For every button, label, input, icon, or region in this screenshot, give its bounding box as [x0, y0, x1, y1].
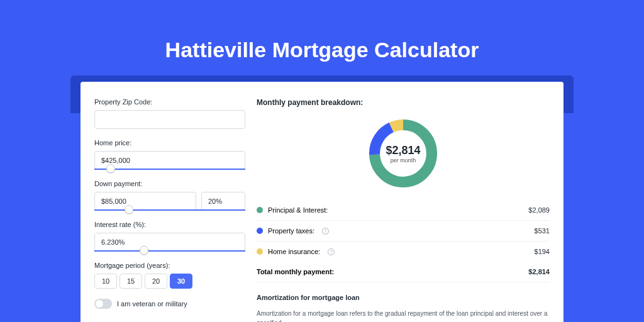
home-price-slider[interactable] [94, 169, 245, 170]
legend-list: Principal & Interest:$2,089Property taxe… [257, 200, 550, 262]
legend-dot [257, 248, 263, 255]
period-btn-30[interactable]: 30 [170, 274, 192, 289]
donut-sub: per month [391, 157, 416, 164]
total-value: $2,814 [528, 268, 550, 275]
interest-rate-label: Interest rate (%): [94, 221, 245, 228]
home-price-label: Home price: [94, 139, 245, 147]
total-label: Total monthly payment: [257, 268, 334, 275]
legend-dot [257, 207, 263, 213]
legend-dot [257, 228, 263, 234]
field-down-payment: Down payment: [94, 180, 245, 211]
home-price-input[interactable] [94, 151, 245, 170]
page-title: Hattieville Mortgage Calculator [0, 0, 644, 80]
interest-rate-slider[interactable] [94, 250, 245, 252]
veteran-label: I am veteran or military [117, 300, 187, 308]
veteran-toggle[interactable] [94, 299, 112, 309]
veteran-toggle-row: I am veteran or military [94, 299, 245, 309]
total-row: Total monthly payment: $2,814 [257, 262, 550, 282]
calculator-panel: Property Zip Code: Home price: Down paym… [80, 82, 564, 322]
period-btn-15[interactable]: 15 [119, 274, 142, 289]
info-icon[interactable]: ? [322, 228, 329, 235]
donut-center: $2,814 per month [365, 116, 441, 191]
form-column: Property Zip Code: Home price: Down paym… [94, 98, 245, 322]
info-icon[interactable]: ? [328, 248, 335, 255]
zip-input[interactable] [94, 110, 245, 129]
amort-text: Amortization for a mortgage loan refers … [257, 309, 550, 322]
down-payment-pct-input[interactable] [201, 192, 245, 211]
down-payment-label: Down payment: [94, 180, 245, 187]
zip-label: Property Zip Code: [94, 98, 245, 106]
legend-value: $2,089 [528, 206, 550, 214]
field-period: Mortgage period (years): 10152030 [94, 262, 245, 289]
down-payment-slider[interactable] [94, 209, 245, 211]
down-payment-amount-input[interactable] [94, 192, 196, 211]
legend-label: Principal & Interest: [268, 206, 328, 214]
breakdown-column: Monthly payment breakdown: $2,814 per mo… [257, 98, 550, 322]
interest-rate-input[interactable] [94, 233, 245, 252]
field-zip: Property Zip Code: [94, 98, 245, 129]
legend-row: Property taxes:?$531 [257, 221, 550, 242]
legend-row: Home insurance:?$194 [257, 242, 550, 262]
legend-label: Property taxes: [268, 227, 314, 235]
legend-value: $194 [535, 248, 550, 255]
period-options: 10152030 [94, 274, 245, 289]
field-interest-rate: Interest rate (%): [94, 221, 245, 252]
period-btn-10[interactable]: 10 [94, 274, 117, 289]
legend-value: $531 [535, 227, 550, 235]
legend-row: Principal & Interest:$2,089 [257, 200, 550, 221]
period-btn-20[interactable]: 20 [145, 274, 167, 289]
donut-chart-wrap: $2,814 per month [257, 111, 550, 200]
legend-label: Home insurance: [268, 248, 320, 255]
field-home-price: Home price: [94, 139, 245, 170]
donut-chart: $2,814 per month [365, 116, 441, 191]
period-label: Mortgage period (years): [94, 262, 245, 269]
breakdown-title: Monthly payment breakdown: [257, 98, 550, 107]
donut-value: $2,814 [386, 144, 420, 157]
amort-title: Amortization for mortgage loan [257, 294, 550, 301]
